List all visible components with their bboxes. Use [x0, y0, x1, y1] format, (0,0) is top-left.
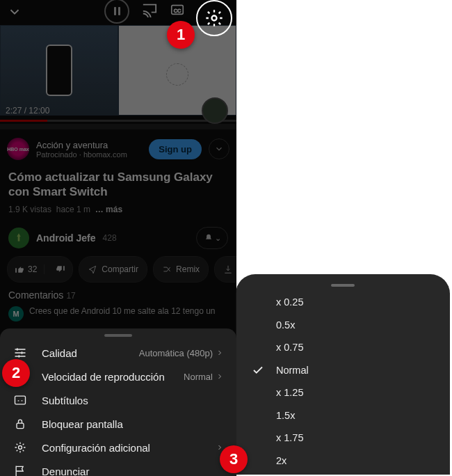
svg-text:CC: CC — [174, 8, 181, 14]
additional-label: Configuración adicional — [42, 442, 150, 454]
sliders-icon — [13, 346, 28, 360]
svg-point-2 — [212, 16, 217, 21]
action-chip-row: 32 Compartir Remix Descargar — [0, 256, 236, 283]
captions-box-icon — [13, 393, 28, 407]
svg-rect-3 — [18, 237, 20, 241]
commenter-avatar-icon: M — [8, 306, 24, 322]
video-title[interactable]: Cómo actualizar tu Samsung Galaxy con Sm… — [8, 170, 228, 200]
speed-option[interactable]: x 1.75 — [236, 427, 450, 450]
lock-icon — [13, 417, 28, 431]
lock-label: Bloquear pantalla — [42, 418, 123, 430]
channel-subs: 428 — [103, 233, 117, 243]
promo-title: Acción y aventura — [36, 140, 142, 150]
collapse-icon[interactable] — [7, 4, 22, 22]
comment-text: Crees que de Android 10 me salte ala 12 … — [29, 306, 216, 322]
promo-sub: Patrocinado · hbomax.com — [36, 150, 142, 159]
check-icon — [252, 364, 264, 376]
settings-additional-row[interactable]: Configuración adicional — [0, 436, 236, 459]
time-display: 2:27 / 12:00 — [6, 106, 49, 116]
settings-report-row[interactable]: Denunciar — [0, 459, 236, 476]
settings-lock-row[interactable]: Bloquear pantalla — [0, 412, 236, 436]
sheet-handle[interactable] — [331, 284, 355, 287]
flag-icon — [13, 464, 28, 476]
video-thumbnails — [0, 25, 236, 116]
settings-button[interactable] — [196, 0, 232, 36]
speed-option[interactable]: 0.5x — [236, 314, 450, 337]
download-button[interactable]: Descargar — [214, 256, 236, 283]
svg-rect-6 — [17, 423, 24, 429]
like-dislike-chip[interactable]: 32 — [7, 256, 73, 283]
speed-option[interactable]: x 1.25 — [236, 381, 450, 404]
speed-value: Normal — [184, 372, 213, 382]
captions-icon[interactable]: CC — [170, 2, 185, 20]
annotation-badge-1: 1 — [167, 21, 195, 49]
gear-small-icon — [13, 441, 28, 454]
share-button[interactable]: Compartir — [79, 256, 147, 283]
quality-label: Calidad — [42, 347, 77, 359]
cast-icon[interactable] — [142, 2, 157, 20]
svg-rect-5 — [15, 396, 26, 404]
speed-option[interactable]: 1.5x — [236, 404, 450, 427]
pause-button[interactable] — [104, 0, 129, 24]
channel-avatar-overlay[interactable] — [202, 97, 228, 124]
settings-quality-row[interactable]: Calidad Automática (480p) — [0, 341, 236, 365]
quality-value: Automática (480p) — [139, 348, 213, 358]
settings-sheet: Calidad Automática (480p) Velocidad de r… — [0, 328, 236, 476]
remix-button[interactable]: Remix — [153, 256, 209, 283]
chevron-right-icon — [216, 349, 224, 357]
speed-option-selected[interactable]: Normal — [236, 359, 450, 382]
annotation-badge-2: 2 — [2, 359, 30, 387]
youtube-watch-screen: CC 2:27 / 12:00 HBO max Acción y aventur… — [0, 0, 236, 476]
sheet-handle[interactable] — [104, 334, 132, 337]
promo-card[interactable]: HBO max Acción y aventura Patrocinado · … — [0, 132, 236, 166]
progress-bar[interactable] — [0, 120, 236, 122]
settings-captions-row[interactable]: Subtítulos — [0, 388, 236, 412]
speed-option[interactable]: x 0.75 — [236, 336, 450, 359]
report-label: Denunciar — [42, 466, 89, 477]
speed-label: Velocidad de reproducción — [42, 371, 165, 383]
settings-speed-row[interactable]: Velocidad de reproducción Normal — [0, 365, 236, 388]
speed-sheet: x 0.25 0.5x x 0.75 Normal x 1.25 1.5x x … — [236, 274, 450, 475]
speed-option[interactable]: 2x — [236, 450, 450, 473]
video-frame-current[interactable] — [0, 25, 118, 116]
signup-button[interactable]: Sign up — [149, 139, 202, 159]
video-stats[interactable]: 1.9 K vistas hace 1 m … más — [8, 205, 122, 214]
gear-icon — [204, 8, 224, 28]
notifications-button[interactable]: ⌄ — [196, 227, 228, 249]
promo-logo-icon: HBO max — [7, 138, 29, 160]
channel-name: Android Jefe — [36, 232, 96, 244]
speed-option[interactable]: x 0.25 — [236, 291, 450, 314]
annotation-badge-3: 3 — [220, 445, 248, 473]
channel-row[interactable]: Android Jefe 428 ⌄ — [0, 223, 236, 253]
captions-label: Subtítulos — [42, 395, 88, 406]
comments-header[interactable]: Comentarios17 — [8, 289, 76, 301]
chevron-right-icon — [216, 372, 224, 381]
top-comment[interactable]: M Crees que de Android 10 me salte ala 1… — [8, 306, 228, 322]
promo-expand-icon[interactable] — [209, 138, 229, 159]
svg-point-7 — [19, 446, 22, 450]
channel-avatar-icon — [8, 228, 29, 248]
